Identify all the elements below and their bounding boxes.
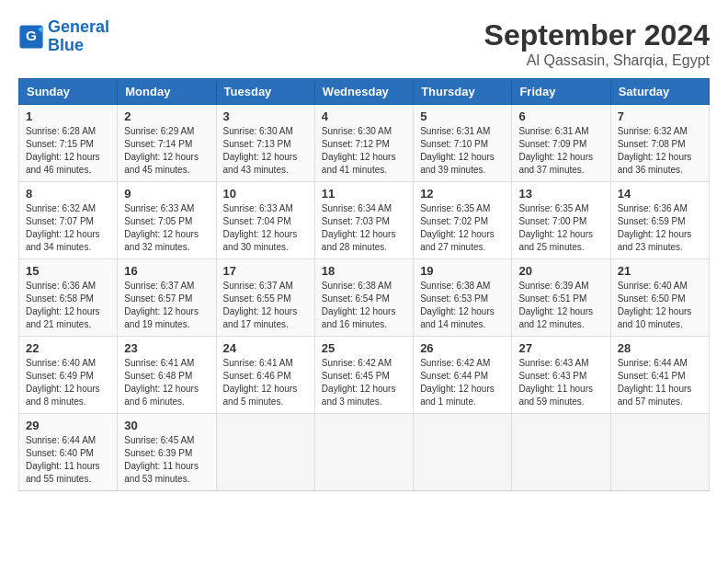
logo-icon: G [18,24,44,50]
day-number: 1 [26,109,110,123]
calendar-cell: 16 Sunrise: 6:37 AM Sunset: 6:57 PM Dayl… [118,259,216,337]
calendar-cell: 15 Sunrise: 6:36 AM Sunset: 6:58 PM Dayl… [19,259,118,337]
calendar-cell [512,414,610,491]
day-info: Sunrise: 6:36 AM Sunset: 6:58 PM Dayligh… [26,280,110,331]
month-title: September 2024 [484,18,710,52]
calendar-cell: 23 Sunrise: 6:41 AM Sunset: 6:48 PM Dayl… [118,337,216,414]
calendar-table: SundayMondayTuesdayWednesdayThursdayFrid… [18,78,710,491]
calendar-cell: 13 Sunrise: 6:35 AM Sunset: 7:00 PM Dayl… [512,182,610,259]
day-number: 26 [420,341,505,355]
day-number: 13 [518,187,603,201]
day-number: 22 [26,341,110,355]
day-number: 3 [223,109,308,123]
calendar-cell: 21 Sunrise: 6:40 AM Sunset: 6:50 PM Dayl… [610,259,709,337]
day-number: 19 [420,264,505,278]
day-info: Sunrise: 6:29 AM Sunset: 7:14 PM Dayligh… [124,125,209,177]
calendar-cell: 20 Sunrise: 6:39 AM Sunset: 6:51 PM Dayl… [512,259,610,337]
day-number: 23 [124,341,209,355]
day-info: Sunrise: 6:42 AM Sunset: 6:45 PM Dayligh… [322,357,406,408]
day-number: 14 [618,187,702,201]
calendar-cell [414,414,512,491]
calendar-cell: 28 Sunrise: 6:44 AM Sunset: 6:41 PM Dayl… [610,337,709,414]
day-number: 10 [223,187,308,201]
day-info: Sunrise: 6:37 AM Sunset: 6:57 PM Dayligh… [124,280,209,331]
day-info: Sunrise: 6:30 AM Sunset: 7:13 PM Dayligh… [223,125,308,177]
day-info: Sunrise: 6:44 AM Sunset: 6:41 PM Dayligh… [618,357,702,408]
calendar-cell: 30 Sunrise: 6:45 AM Sunset: 6:39 PM Dayl… [118,414,216,491]
weekday-header: Wednesday [314,79,413,105]
day-number: 6 [518,109,603,123]
calendar-cell: 2 Sunrise: 6:29 AM Sunset: 7:14 PM Dayli… [118,105,216,182]
calendar-cell: 26 Sunrise: 6:42 AM Sunset: 6:44 PM Dayl… [414,337,512,414]
day-info: Sunrise: 6:38 AM Sunset: 6:53 PM Dayligh… [420,280,505,331]
day-info: Sunrise: 6:40 AM Sunset: 6:49 PM Dayligh… [26,357,110,408]
calendar-cell: 5 Sunrise: 6:31 AM Sunset: 7:10 PM Dayli… [414,105,512,182]
calendar-cell: 7 Sunrise: 6:32 AM Sunset: 7:08 PM Dayli… [610,105,709,182]
calendar-week-row: 22 Sunrise: 6:40 AM Sunset: 6:49 PM Dayl… [19,337,710,414]
logo-text: General Blue [48,18,109,55]
calendar-cell [610,414,709,491]
day-info: Sunrise: 6:37 AM Sunset: 6:55 PM Dayligh… [223,280,308,331]
day-info: Sunrise: 6:39 AM Sunset: 6:51 PM Dayligh… [518,280,603,331]
day-number: 15 [26,264,110,278]
calendar-cell: 19 Sunrise: 6:38 AM Sunset: 6:53 PM Dayl… [414,259,512,337]
calendar-cell: 14 Sunrise: 6:36 AM Sunset: 6:59 PM Dayl… [610,182,709,259]
day-info: Sunrise: 6:34 AM Sunset: 7:03 PM Dayligh… [322,202,406,254]
calendar-cell [216,414,314,491]
calendar-header-row: SundayMondayTuesdayWednesdayThursdayFrid… [19,79,710,105]
day-number: 2 [124,109,209,123]
day-number: 25 [322,341,406,355]
day-number: 5 [420,109,505,123]
calendar-cell: 8 Sunrise: 6:32 AM Sunset: 7:07 PM Dayli… [19,182,118,259]
calendar-cell: 27 Sunrise: 6:43 AM Sunset: 6:43 PM Dayl… [512,337,610,414]
calendar-cell: 17 Sunrise: 6:37 AM Sunset: 6:55 PM Dayl… [216,259,314,337]
day-info: Sunrise: 6:43 AM Sunset: 6:43 PM Dayligh… [518,357,603,408]
day-info: Sunrise: 6:41 AM Sunset: 6:46 PM Dayligh… [223,357,308,408]
weekday-header: Monday [118,79,216,105]
day-info: Sunrise: 6:36 AM Sunset: 6:59 PM Dayligh… [618,202,702,254]
calendar-cell: 29 Sunrise: 6:44 AM Sunset: 6:40 PM Dayl… [19,414,118,491]
day-info: Sunrise: 6:28 AM Sunset: 7:15 PM Dayligh… [26,125,110,177]
day-info: Sunrise: 6:35 AM Sunset: 7:02 PM Dayligh… [420,202,505,254]
calendar-cell: 1 Sunrise: 6:28 AM Sunset: 7:15 PM Dayli… [19,105,118,182]
day-info: Sunrise: 6:44 AM Sunset: 6:40 PM Dayligh… [26,434,110,486]
day-number: 20 [518,264,603,278]
day-info: Sunrise: 6:33 AM Sunset: 7:05 PM Dayligh… [124,202,209,254]
calendar-cell: 24 Sunrise: 6:41 AM Sunset: 6:46 PM Dayl… [216,337,314,414]
calendar-cell: 11 Sunrise: 6:34 AM Sunset: 7:03 PM Dayl… [314,182,413,259]
day-number: 4 [322,109,406,123]
weekday-header: Sunday [19,79,118,105]
calendar-week-row: 1 Sunrise: 6:28 AM Sunset: 7:15 PM Dayli… [19,105,710,182]
calendar-cell: 3 Sunrise: 6:30 AM Sunset: 7:13 PM Dayli… [216,105,314,182]
day-info: Sunrise: 6:30 AM Sunset: 7:12 PM Dayligh… [322,125,406,177]
day-info: Sunrise: 6:45 AM Sunset: 6:39 PM Dayligh… [124,434,209,486]
calendar-week-row: 8 Sunrise: 6:32 AM Sunset: 7:07 PM Dayli… [19,182,710,259]
day-info: Sunrise: 6:32 AM Sunset: 7:07 PM Dayligh… [26,202,110,254]
calendar-cell: 6 Sunrise: 6:31 AM Sunset: 7:09 PM Dayli… [512,105,610,182]
calendar-week-row: 29 Sunrise: 6:44 AM Sunset: 6:40 PM Dayl… [19,414,710,491]
day-number: 12 [420,187,505,201]
day-number: 17 [223,264,308,278]
day-info: Sunrise: 6:41 AM Sunset: 6:48 PM Dayligh… [124,357,209,408]
weekday-header: Tuesday [216,79,314,105]
day-number: 16 [124,264,209,278]
day-number: 11 [322,187,406,201]
day-number: 28 [618,341,702,355]
calendar-cell: 22 Sunrise: 6:40 AM Sunset: 6:49 PM Dayl… [19,337,118,414]
calendar-cell: 9 Sunrise: 6:33 AM Sunset: 7:05 PM Dayli… [118,182,216,259]
day-info: Sunrise: 6:40 AM Sunset: 6:50 PM Dayligh… [618,280,702,331]
calendar-cell: 4 Sunrise: 6:30 AM Sunset: 7:12 PM Dayli… [314,105,413,182]
day-number: 24 [223,341,308,355]
page-header: G General Blue September 2024 Al Qassasi… [18,18,710,69]
day-number: 8 [26,187,110,201]
day-info: Sunrise: 6:31 AM Sunset: 7:09 PM Dayligh… [518,125,603,177]
day-info: Sunrise: 6:38 AM Sunset: 6:54 PM Dayligh… [322,280,406,331]
calendar-cell: 12 Sunrise: 6:35 AM Sunset: 7:02 PM Dayl… [414,182,512,259]
logo: G General Blue [18,18,109,55]
title-block: September 2024 Al Qassasin, Sharqia, Egy… [484,18,710,69]
weekday-header: Thursday [414,79,512,105]
day-info: Sunrise: 6:31 AM Sunset: 7:10 PM Dayligh… [420,125,505,177]
calendar-cell: 25 Sunrise: 6:42 AM Sunset: 6:45 PM Dayl… [314,337,413,414]
calendar-cell: 18 Sunrise: 6:38 AM Sunset: 6:54 PM Dayl… [314,259,413,337]
day-info: Sunrise: 6:33 AM Sunset: 7:04 PM Dayligh… [223,202,308,254]
